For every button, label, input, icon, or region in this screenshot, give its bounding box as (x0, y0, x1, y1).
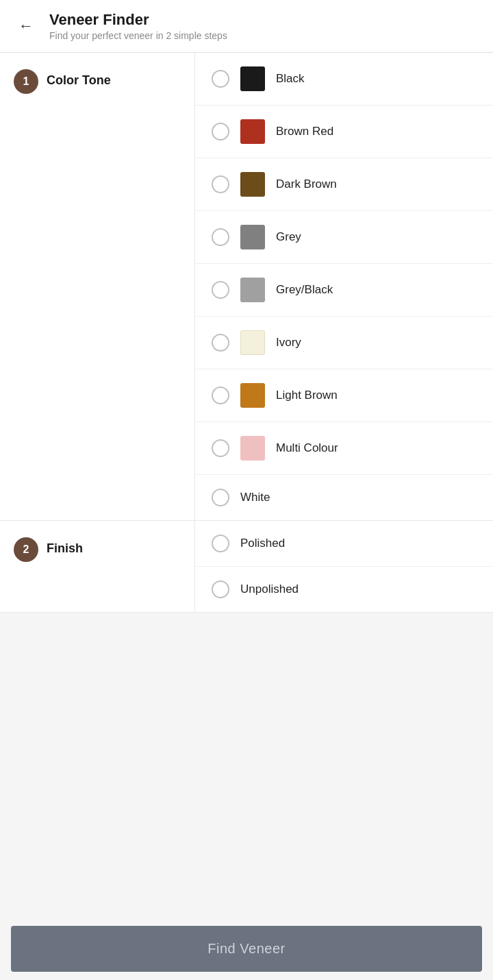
option-black[interactable]: Black (195, 53, 493, 106)
page-subtitle: Find your perfect veneer in 2 simple ste… (49, 30, 227, 41)
finish-title: Finish (47, 537, 83, 556)
page-title: Veneer Finder (49, 11, 227, 29)
find-btn-wrap: Find Veneer (0, 918, 493, 980)
radio-grey-black[interactable] (212, 281, 229, 299)
radio-black[interactable] (212, 70, 229, 88)
radio-light-brown[interactable] (212, 387, 229, 404)
back-arrow-icon: ← (18, 19, 34, 34)
swatch-grey-black (240, 278, 265, 302)
label-white: White (240, 491, 270, 504)
option-white[interactable]: White (195, 475, 493, 520)
header-text: Veneer Finder Find your perfect veneer i… (49, 11, 227, 41)
radio-polished[interactable] (212, 535, 229, 552)
back-button[interactable]: ← (14, 14, 38, 38)
option-brown-red[interactable]: Brown Red (195, 106, 493, 158)
swatch-black (240, 66, 265, 91)
option-light-brown[interactable]: Light Brown (195, 369, 493, 422)
label-grey: Grey (276, 230, 301, 244)
color-tone-options: Black Brown Red Dark Brown Grey Grey (195, 53, 493, 520)
label-black: Black (276, 72, 305, 86)
radio-multi-colour[interactable] (212, 439, 229, 457)
option-dark-brown[interactable]: Dark Brown (195, 158, 493, 211)
label-brown-red: Brown Red (276, 125, 333, 138)
label-unpolished: Unpolished (240, 583, 299, 596)
color-tone-section: 1 Color Tone Black Brown Red Dark Brown (0, 53, 493, 521)
step-1-badge: 1 (14, 69, 38, 94)
radio-brown-red[interactable] (212, 123, 229, 140)
header: ← Veneer Finder Find your perfect veneer… (0, 0, 493, 53)
label-polished: Polished (240, 537, 285, 550)
finish-options: Polished Unpolished (195, 521, 493, 612)
color-tone-label: 1 Color Tone (0, 53, 195, 520)
finish-section: 2 Finish Polished Unpolished (0, 521, 493, 613)
radio-grey[interactable] (212, 228, 229, 246)
radio-white[interactable] (212, 489, 229, 506)
option-grey[interactable]: Grey (195, 211, 493, 264)
main-content: 1 Color Tone Black Brown Red Dark Brown (0, 53, 493, 613)
label-grey-black: Grey/Black (276, 283, 333, 297)
radio-dark-brown[interactable] (212, 175, 229, 193)
step-2-badge: 2 (14, 537, 38, 562)
label-ivory: Ivory (276, 336, 301, 350)
label-light-brown: Light Brown (276, 389, 338, 402)
option-unpolished[interactable]: Unpolished (195, 567, 493, 612)
color-tone-title: Color Tone (47, 69, 111, 88)
finish-label: 2 Finish (0, 521, 195, 612)
radio-unpolished[interactable] (212, 580, 229, 598)
option-multi-colour[interactable]: Multi Colour (195, 422, 493, 475)
swatch-multi-colour (240, 436, 265, 461)
swatch-light-brown (240, 383, 265, 408)
swatch-dark-brown (240, 172, 265, 197)
bottom-spacer (0, 613, 493, 750)
find-veneer-button[interactable]: Find Veneer (11, 926, 482, 972)
option-polished[interactable]: Polished (195, 521, 493, 567)
option-grey-black[interactable]: Grey/Black (195, 264, 493, 317)
label-dark-brown: Dark Brown (276, 177, 337, 191)
label-multi-colour: Multi Colour (276, 441, 338, 455)
swatch-brown-red (240, 119, 265, 144)
radio-ivory[interactable] (212, 334, 229, 352)
swatch-ivory (240, 330, 265, 355)
option-ivory[interactable]: Ivory (195, 317, 493, 369)
swatch-grey (240, 225, 265, 249)
